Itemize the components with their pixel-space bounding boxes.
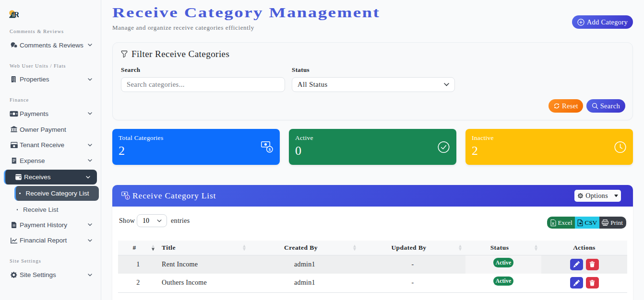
- svg-text:R: R: [13, 10, 19, 18]
- svg-text:$: $: [269, 147, 271, 152]
- svg-text:$: $: [127, 196, 129, 199]
